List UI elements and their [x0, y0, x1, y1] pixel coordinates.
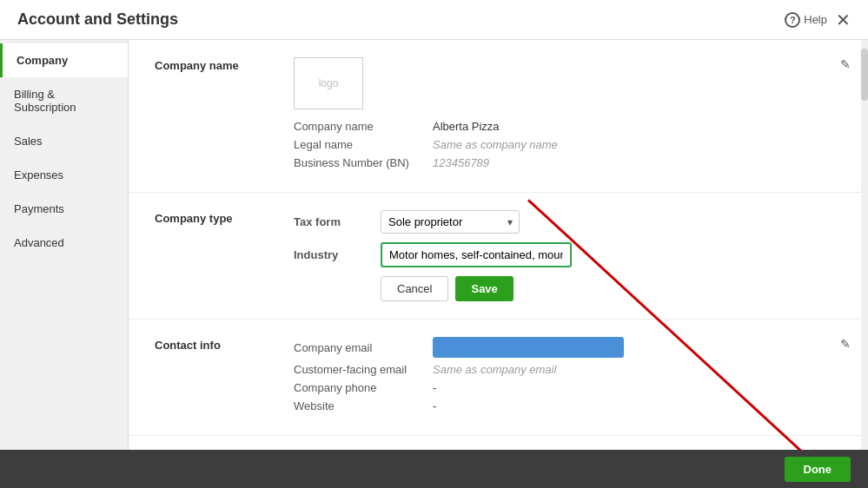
modal-body: Company Billing & Subscription Sales Exp… [0, 40, 868, 488]
field-row-company-name: Company name Alberta Pizza [294, 120, 842, 133]
contact-info-edit-icon[interactable]: ✎ [840, 337, 851, 351]
tax-form-label: Tax form [294, 215, 381, 228]
industry-input[interactable] [381, 242, 572, 267]
company-type-section-label: Company type [155, 210, 294, 301]
field-row-legal-name: Legal name Same as company name [294, 138, 842, 151]
cancel-button[interactable]: Cancel [381, 276, 448, 301]
logo-placeholder: logo [319, 77, 339, 89]
field-row-website: Website - [294, 399, 842, 412]
contact-info-section: Contact info Company email Customer-faci… [129, 320, 868, 436]
sidebar-item-company[interactable]: Company [0, 43, 128, 77]
modal: Account and Settings ? Help ✕ Company Bi… [0, 0, 868, 488]
field-row-customer-email: Customer-facing email Same as company em… [294, 363, 842, 376]
sidebar-item-billing[interactable]: Billing & Subscription [0, 77, 128, 124]
help-button[interactable]: ? Help [785, 12, 827, 28]
field-row-bn: Business Number (BN) 123456789 [294, 156, 842, 169]
sidebar-item-advanced[interactable]: Advanced [0, 226, 128, 260]
done-button[interactable]: Done [785, 457, 851, 482]
footer-bar: Done [0, 450, 868, 488]
field-value-website: - [433, 399, 436, 412]
field-value-bn: 123456789 [433, 156, 489, 169]
industry-label: Industry [294, 248, 381, 261]
company-type-section: Company type Tax form Sole proprietor In… [129, 193, 868, 320]
logo-box: logo [294, 57, 363, 109]
help-icon: ? [785, 12, 800, 28]
tax-form-select-wrapper: Sole proprietor [381, 210, 520, 234]
company-name-edit-icon[interactable]: ✎ [840, 57, 851, 71]
save-button[interactable]: Save [455, 276, 513, 301]
field-label-bn: Business Number (BN) [294, 156, 433, 169]
modal-title: Account and Settings [17, 10, 178, 29]
field-label-company-phone: Company phone [294, 381, 433, 394]
help-label: Help [804, 13, 827, 26]
scrollbar-thumb[interactable] [861, 49, 868, 101]
modal-header: Account and Settings ? Help ✕ [0, 0, 868, 40]
field-row-company-phone: Company phone - [294, 381, 842, 394]
close-button[interactable]: ✕ [836, 11, 851, 29]
field-row-company-email: Company email [294, 337, 842, 358]
contact-info-content: Company email Customer-facing email Same… [294, 337, 842, 418]
field-value-customer-email: Same as company email [433, 363, 556, 376]
company-type-content: Tax form Sole proprietor Industry Cancel [294, 210, 842, 301]
content-area: Company name logo Company name Alberta P… [129, 40, 868, 488]
company-type-buttons: Cancel Save [381, 276, 842, 301]
sidebar-item-expenses[interactable]: Expenses [0, 158, 128, 192]
sidebar: Company Billing & Subscription Sales Exp… [0, 40, 129, 488]
field-value-company-phone: - [433, 381, 436, 394]
header-actions: ? Help ✕ [785, 11, 851, 29]
sidebar-item-payments[interactable]: Payments [0, 192, 128, 226]
sidebar-item-sales[interactable]: Sales [0, 124, 128, 158]
tax-form-select[interactable]: Sole proprietor [381, 210, 520, 234]
contact-info-section-label: Contact info [155, 337, 294, 418]
field-label-company-email: Company email [294, 341, 433, 354]
field-label-company-name: Company name [294, 120, 433, 133]
company-name-content: logo Company name Alberta Pizza Legal na… [294, 57, 842, 175]
field-label-customer-email: Customer-facing email [294, 363, 433, 376]
company-email-input[interactable] [433, 337, 624, 358]
field-label-legal-name: Legal name [294, 138, 433, 151]
company-name-section-label: Company name [155, 57, 294, 175]
scrollbar[interactable] [861, 40, 868, 488]
company-name-section: Company name logo Company name Alberta P… [129, 40, 868, 193]
field-label-website: Website [294, 399, 433, 412]
field-value-company-name: Alberta Pizza [433, 120, 500, 133]
field-value-legal-name: Same as company name [433, 138, 558, 151]
